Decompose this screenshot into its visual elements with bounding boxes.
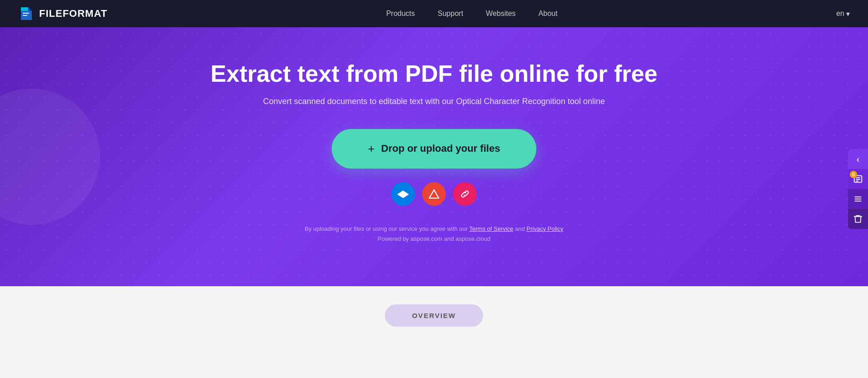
hero-section: Extract text from PDF file online for fr… [0, 27, 868, 286]
upload-button-label: Drop or upload your files [381, 143, 500, 154]
nav-products[interactable]: Products [386, 10, 415, 18]
trash-icon [853, 214, 863, 224]
svg-line-6 [429, 190, 434, 198]
hero-title: Extract text from PDF file online for fr… [211, 60, 657, 88]
svg-line-7 [434, 190, 439, 198]
terms-link[interactable]: Terms of Service [469, 225, 514, 232]
chevron-down-icon: ▾ [846, 10, 850, 18]
logo-link[interactable]: FILEFORMAT [18, 5, 107, 22]
logo-text: FILEFORMAT [39, 8, 107, 20]
hero-subtitle: Convert scanned documents to editable te… [211, 97, 657, 106]
powered-text: Powered by aspose.com and aspose.cloud [378, 235, 490, 242]
hero-content: Extract text from PDF file online for fr… [211, 60, 657, 244]
svg-marker-5 [429, 190, 439, 198]
upload-button[interactable]: + Drop or upload your files [332, 129, 537, 169]
sidebar-lines-button[interactable] [848, 189, 868, 209]
lines-icon [853, 194, 863, 204]
nav-websites[interactable]: Websites [486, 10, 516, 18]
sidebar-collapse-button[interactable]: ‹ [848, 149, 868, 169]
dropbox-icon[interactable] [391, 182, 415, 206]
collapse-icon: ‹ [857, 154, 860, 164]
footer-text-1: By uploading your files or using our ser… [305, 225, 468, 232]
overview-button[interactable]: OVERVIEW [385, 304, 484, 327]
navbar: FILEFORMAT Products Support Websites Abo… [0, 0, 868, 27]
nav-about[interactable]: About [539, 10, 558, 18]
svg-marker-2 [28, 7, 32, 11]
svg-rect-3 [23, 13, 29, 14]
hero-decoration-circle [0, 89, 100, 225]
hero-footer: By uploading your files or using our ser… [211, 224, 657, 244]
footer-and: and [515, 225, 525, 232]
navbar-links: Products Support Websites About [386, 10, 558, 18]
badge-count: 0 [850, 171, 857, 178]
overview-section: OVERVIEW [0, 286, 868, 378]
plus-icon: + [368, 142, 375, 156]
sidebar-trash-button[interactable] [848, 209, 868, 229]
link-icon[interactable] [453, 182, 477, 206]
google-drive-icon[interactable] [422, 182, 446, 206]
privacy-link[interactable]: Privacy Policy [526, 225, 563, 232]
svg-marker-1 [21, 7, 28, 11]
sidebar-checklist-button[interactable]: 0 [848, 169, 868, 189]
cloud-icons-row [211, 182, 657, 206]
svg-rect-4 [23, 15, 27, 16]
logo-icon [18, 5, 35, 22]
lang-selector[interactable]: en ▾ [836, 10, 850, 18]
sidebar-right: ‹ 0 [848, 149, 868, 229]
lang-label: en [836, 10, 844, 18]
nav-support[interactable]: Support [438, 10, 463, 18]
